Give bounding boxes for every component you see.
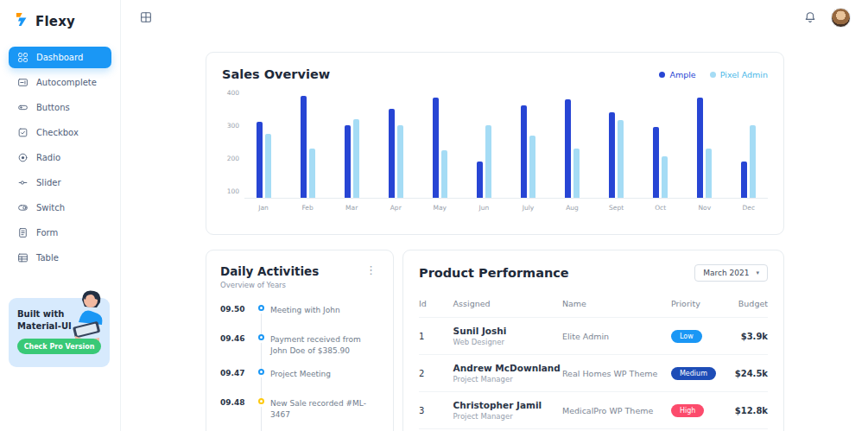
- chart-x-axis: JanFebMarAprMayJunJulyAugSeptOctNovDec: [244, 199, 768, 212]
- sidebar-item-label: Autocomplete: [36, 78, 97, 87]
- period-select-value: March 2021: [703, 269, 749, 277]
- cell-id: 1: [419, 332, 424, 341]
- cell-assigned-role: Project Manager: [453, 412, 562, 421]
- cell-product-name: MedicalPro WP Theme: [562, 406, 653, 415]
- x-tick-label: July: [514, 204, 542, 212]
- bar-pixel-admin: [750, 125, 756, 198]
- cell-assigned-name: Andrew McDownland: [453, 363, 562, 373]
- sidebar-item-checkbox[interactable]: Checkbox: [9, 122, 111, 143]
- timeline-text: Payment received from John Doe of $385.9…: [270, 334, 379, 369]
- sidebar-item-radio[interactable]: Radio: [9, 147, 111, 168]
- period-select[interactable]: March 2021 ▾: [694, 264, 768, 282]
- chevron-down-icon: ▾: [756, 269, 759, 276]
- x-tick-label: Jan: [250, 204, 277, 212]
- legend-item: Ample: [659, 70, 695, 79]
- checkbox-icon: [17, 127, 29, 138]
- sidebar-item-switch[interactable]: Switch: [9, 197, 111, 219]
- sidebar-item-buttons[interactable]: Buttons: [9, 97, 111, 118]
- bar-pixel-admin: [265, 134, 271, 198]
- bar-ample: [301, 96, 307, 198]
- logo[interactable]: Flexy: [0, 0, 120, 40]
- bar-group-sept: [609, 112, 624, 198]
- bar-ample: [389, 109, 395, 198]
- bar-group-mar: [345, 119, 359, 199]
- timeline-time: 09.47: [220, 369, 251, 398]
- sales-overview-title: Sales Overview: [222, 67, 330, 81]
- column-header-priority: Priority: [671, 292, 735, 318]
- check-pro-version-button[interactable]: Check Pro Version: [17, 339, 101, 354]
- bar-ample: [257, 122, 263, 198]
- bar-pixel-admin: [706, 149, 712, 198]
- timeline-item: 09.46Payment received from John Doe of $…: [220, 334, 379, 369]
- bar-ample: [433, 98, 439, 198]
- logo-text: Flexy: [35, 14, 75, 29]
- cell-assigned-name: Sunil Joshi: [453, 326, 562, 336]
- bar-group-feb: [301, 96, 315, 198]
- notification-bell-icon[interactable]: [803, 10, 817, 24]
- bar-pixel-admin: [353, 119, 359, 199]
- sidebar-item-slider[interactable]: Slider: [9, 172, 111, 193]
- sidebar-item-autocomplete[interactable]: Autocomplete: [9, 72, 111, 93]
- timeline-connector: [261, 343, 262, 369]
- sidebar: Flexy DashboardAutocompleteButtonsCheckb…: [0, 0, 121, 431]
- priority-badge: High: [671, 404, 704, 417]
- timeline-dot-icon: [258, 334, 264, 340]
- cell-assigned-role: Project Manager: [453, 375, 562, 383]
- chart-plot: JanFebMarAprMayJunJulyAugSeptOctNovDec: [244, 93, 768, 223]
- table-row: 2Andrew McDownlandProject ManagerReal Ho…: [419, 355, 768, 392]
- bar-ample: [609, 112, 615, 198]
- column-header-budget: Budget: [735, 292, 768, 318]
- apps-grid-icon[interactable]: [139, 10, 153, 24]
- x-tick-label: Jun: [470, 204, 497, 212]
- legend-label: Ample: [669, 70, 695, 79]
- kebab-menu-icon[interactable]: ⋮: [363, 264, 379, 276]
- bar-ample: [521, 105, 527, 198]
- bar-pixel-admin: [485, 125, 491, 198]
- bar-group-nov: [697, 98, 712, 198]
- timeline-marker: [251, 398, 270, 431]
- user-avatar[interactable]: [831, 8, 851, 28]
- y-tick-label: 100: [227, 187, 239, 195]
- sidebar-item-form[interactable]: Form: [9, 222, 111, 244]
- bar-ample: [345, 125, 351, 198]
- timeline-marker: [251, 305, 270, 334]
- sidebar-item-label: Slider: [36, 178, 61, 187]
- sidebar-item-dashboard[interactable]: Dashboard: [9, 47, 111, 68]
- app-root: Flexy DashboardAutocompleteButtonsCheckb…: [0, 0, 868, 431]
- cell-budget: $24.5k: [735, 369, 768, 378]
- priority-badge: Low: [671, 330, 702, 343]
- timeline-time: 09.50: [220, 305, 251, 334]
- timeline-item: 09.47Project Meeting: [220, 369, 379, 398]
- table-header-row: IdAssignedNamePriorityBudget: [419, 292, 768, 318]
- timeline-time: 09.48: [220, 398, 251, 431]
- bar-group-jan: [257, 122, 271, 198]
- cell-budget: $3.9k: [741, 332, 768, 341]
- bar-pixel-admin: [309, 149, 315, 198]
- legend-dot-icon: [659, 72, 665, 78]
- sidebar-item-label: Checkbox: [36, 128, 79, 137]
- promo-card: Built with Material-UI Check Pro Version: [9, 298, 110, 367]
- bar-pixel-admin: [573, 149, 580, 198]
- y-tick-label: 200: [227, 155, 239, 162]
- timeline-marker: [251, 334, 270, 369]
- cell-assigned-name: Christopher Jamil: [453, 400, 562, 410]
- x-tick-label: Feb: [294, 204, 321, 212]
- column-header-name: Name: [562, 292, 671, 318]
- sales-overview-card: Sales Overview AmplePixel Admin 10020030…: [206, 52, 784, 235]
- x-tick-label: Dec: [735, 204, 763, 212]
- legend-label: Pixel Admin: [720, 70, 768, 79]
- bar-ample: [741, 162, 747, 198]
- chart-y-axis: 100200300400: [222, 93, 244, 223]
- content: Sales Overview AmplePixel Admin 10020030…: [122, 35, 868, 431]
- column-header-assigned: Assigned: [453, 292, 562, 318]
- sidebar-item-table[interactable]: Table: [9, 247, 111, 269]
- timeline-text: New Sale recorded #ML-3467: [270, 398, 379, 431]
- timeline-dot-icon: [258, 398, 264, 404]
- bar-group-jun: [477, 125, 491, 198]
- cell-product-name: Real Homes WP Theme: [562, 369, 657, 378]
- bar-pixel-admin: [618, 120, 624, 198]
- cell-product-name: Elite Admin: [562, 332, 609, 341]
- cell-budget: $12.8k: [735, 406, 768, 415]
- dashboard-icon: [17, 52, 29, 63]
- bar-pixel-admin: [662, 156, 668, 198]
